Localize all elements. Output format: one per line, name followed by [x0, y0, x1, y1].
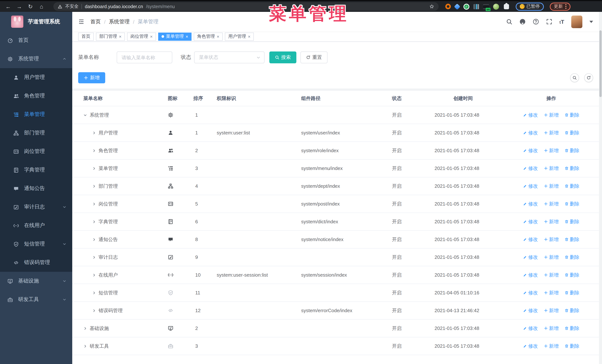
- sidebar-item-7[interactable]: 字典管理: [0, 161, 72, 179]
- expand-arrow-icon[interactable]: [83, 113, 87, 117]
- scrollbar-thumb[interactable]: [599, 30, 602, 97]
- teal-columns-extension-icon[interactable]: [473, 4, 479, 9]
- sidebar-item-4[interactable]: 菜单管理: [0, 105, 72, 124]
- green-shield-extension-icon[interactable]: [463, 3, 469, 10]
- action-delete[interactable]: 删除: [565, 343, 580, 349]
- action-edit[interactable]: 修改: [523, 236, 538, 243]
- action-edit[interactable]: 修改: [523, 343, 538, 349]
- expand-arrow-icon[interactable]: [92, 273, 96, 277]
- browser-forward-icon[interactable]: →: [15, 2, 24, 11]
- expand-arrow-icon[interactable]: [83, 326, 87, 330]
- action-edit[interactable]: 修改: [523, 129, 538, 136]
- browser-update-button[interactable]: 更新: [550, 2, 570, 10]
- sidebar-item-11[interactable]: 短信管理: [0, 235, 72, 253]
- action-delete[interactable]: 删除: [565, 325, 580, 332]
- close-tag-icon[interactable]: ×: [186, 34, 188, 39]
- action-add[interactable]: 新增: [544, 343, 559, 349]
- close-tag-icon[interactable]: ×: [150, 34, 153, 39]
- action-delete[interactable]: 删除: [565, 254, 580, 260]
- sidebar-item-1[interactable]: 系统管理: [0, 50, 72, 68]
- action-add[interactable]: 新增: [544, 183, 559, 189]
- expand-arrow-icon[interactable]: [92, 166, 96, 170]
- action-add[interactable]: 新增: [544, 165, 559, 172]
- action-add[interactable]: 新增: [544, 254, 559, 260]
- menu-name-input[interactable]: [117, 52, 172, 63]
- action-add[interactable]: 新增: [544, 272, 559, 278]
- sidebar-item-5[interactable]: 部门管理: [0, 124, 72, 142]
- action-add[interactable]: 新增: [544, 289, 559, 296]
- action-add[interactable]: 新增: [544, 147, 559, 154]
- action-delete[interactable]: 删除: [565, 289, 580, 296]
- sidebar-item-10[interactable]: 在线用户: [0, 216, 72, 235]
- action-edit[interactable]: 修改: [523, 254, 538, 260]
- action-add[interactable]: 新增: [544, 307, 559, 314]
- refresh-table-button[interactable]: [584, 73, 593, 82]
- browser-home-icon[interactable]: ⌂: [37, 2, 46, 11]
- action-delete[interactable]: 删除: [565, 218, 580, 225]
- sidebar-item-8[interactable]: 通知公告: [0, 179, 72, 198]
- tag-2[interactable]: 岗位管理×: [127, 32, 156, 41]
- on-badge-extension-icon[interactable]: [483, 4, 489, 9]
- sidebar-item-3[interactable]: 角色管理: [0, 87, 72, 105]
- action-add[interactable]: 新增: [544, 325, 559, 332]
- tag-1[interactable]: 部门管理×: [96, 32, 125, 41]
- page-scrollbar[interactable]: [599, 12, 602, 364]
- action-delete[interactable]: 删除: [565, 112, 580, 118]
- action-delete[interactable]: 删除: [565, 236, 580, 243]
- expand-arrow-icon[interactable]: [92, 309, 96, 312]
- search-icon[interactable]: [506, 19, 512, 25]
- action-edit[interactable]: 修改: [523, 307, 538, 314]
- action-edit[interactable]: 修改: [523, 200, 538, 207]
- sidebar-item-12[interactable]: 错误码管理: [0, 253, 72, 272]
- sidebar-item-9[interactable]: 审计日志: [0, 198, 72, 216]
- action-add[interactable]: 新增: [544, 112, 559, 118]
- reset-button[interactable]: 重置: [301, 52, 327, 63]
- tag-0[interactable]: 首页: [78, 32, 94, 41]
- action-add[interactable]: 新增: [544, 129, 559, 136]
- breadcrumb-system[interactable]: 系统管理: [109, 18, 130, 25]
- sidebar-item-6[interactable]: 岗位管理: [0, 142, 72, 161]
- browser-back-icon[interactable]: ←: [4, 2, 13, 11]
- action-edit[interactable]: 修改: [523, 289, 538, 296]
- action-edit[interactable]: 修改: [523, 147, 538, 154]
- action-edit[interactable]: 修改: [523, 218, 538, 225]
- paused-extension-pill[interactable]: 已暂停: [516, 2, 544, 10]
- action-edit[interactable]: 修改: [523, 112, 538, 118]
- action-delete[interactable]: 删除: [565, 147, 580, 154]
- close-tag-icon[interactable]: ×: [217, 34, 219, 39]
- sidebar-logo[interactable]: 芋道管理系统: [0, 12, 72, 31]
- sidebar-item-13[interactable]: 基础设施: [0, 272, 72, 290]
- action-edit[interactable]: 修改: [523, 183, 538, 189]
- add-button[interactable]: 新增: [78, 72, 105, 83]
- font-size-icon[interactable]: tT: [559, 19, 564, 25]
- breadcrumb-home[interactable]: 首页: [90, 18, 101, 25]
- puzzle-extension-icon[interactable]: [504, 4, 509, 9]
- green-monkey-extension-icon[interactable]: [493, 3, 499, 10]
- tag-3[interactable]: 菜单管理×: [158, 32, 192, 41]
- expand-arrow-icon[interactable]: [92, 238, 96, 241]
- address-bar[interactable]: 不安全 dashboard.yudao.iocoder.cn/system/me…: [53, 2, 439, 11]
- tag-4[interactable]: 角色管理×: [194, 32, 223, 41]
- sidebar-item-2[interactable]: 用户管理: [0, 68, 72, 87]
- action-delete[interactable]: 删除: [565, 272, 580, 278]
- sidebar-item-0[interactable]: 首页: [0, 31, 72, 50]
- help-icon[interactable]: [533, 19, 539, 25]
- action-edit[interactable]: 修改: [523, 325, 538, 332]
- expand-arrow-icon[interactable]: [92, 131, 96, 135]
- tag-5[interactable]: 用户管理×: [225, 32, 254, 41]
- expand-arrow-icon[interactable]: [92, 149, 96, 152]
- action-delete[interactable]: 删除: [565, 200, 580, 207]
- action-delete[interactable]: 删除: [565, 307, 580, 314]
- expand-arrow-icon[interactable]: [92, 184, 96, 188]
- expand-arrow-icon[interactable]: [92, 255, 96, 259]
- action-delete[interactable]: 删除: [565, 165, 580, 172]
- blue-gem-extension-icon[interactable]: [454, 3, 460, 10]
- expand-arrow-icon[interactable]: [92, 220, 96, 223]
- search-button[interactable]: 搜索: [269, 52, 296, 63]
- orange-ring-extension-icon[interactable]: [445, 4, 451, 9]
- browser-menu-kebab-icon[interactable]: [565, 4, 566, 9]
- collapse-sidebar-icon[interactable]: [78, 19, 85, 25]
- expand-arrow-icon[interactable]: [92, 202, 96, 206]
- sidebar-item-14[interactable]: 研发工具: [0, 290, 72, 309]
- expand-arrow-icon[interactable]: [83, 344, 87, 348]
